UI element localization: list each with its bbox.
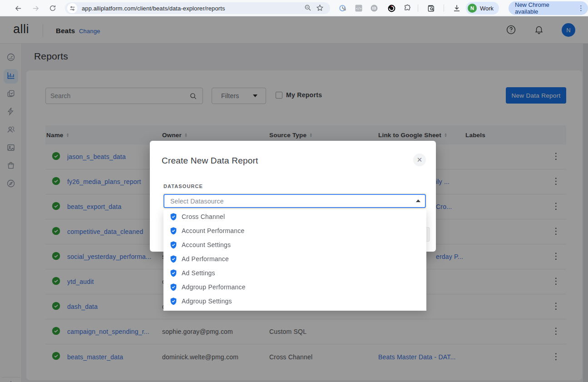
url-text[interactable]: app.alliplatform.com/client/beats/data-e… (82, 5, 225, 12)
chevron-up-icon[interactable] (416, 199, 420, 202)
shield-check-icon (169, 269, 178, 277)
profile-avatar: N (468, 4, 477, 13)
forward-icon[interactable] (30, 3, 41, 14)
datasource-select-wrap (163, 193, 427, 209)
address-bar[interactable]: app.alliplatform.com/client/beats/data-e… (65, 2, 330, 14)
toolbar-separator (418, 5, 418, 12)
dropdown-option[interactable]: Cross Channel (163, 209, 426, 223)
dropdown-option[interactable]: Ad Performance (163, 252, 426, 266)
shield-check-icon (169, 297, 178, 305)
kebab-menu-icon[interactable]: ⋮ (578, 6, 584, 10)
dropdown-option-partial[interactable] (163, 308, 426, 311)
close-icon[interactable]: ✕ (413, 154, 426, 166)
browser-toolbar: app.alliplatform.com/client/beats/data-e… (0, 0, 588, 16)
privacy-extension-icon[interactable] (337, 3, 348, 14)
chrome-update-label: New Chrome available (515, 1, 574, 15)
shield-check-icon (169, 241, 178, 249)
chrome-update-button[interactable]: New Chrome available ⋮ (509, 1, 588, 15)
bookmark-star-icon[interactable] (314, 2, 325, 13)
downloads-icon[interactable] (451, 3, 462, 14)
toolbar-separator (444, 5, 444, 12)
shield-check-icon (169, 255, 178, 263)
dropdown-option[interactable]: Adgroup Performance (163, 280, 426, 294)
back-icon[interactable] (13, 3, 24, 14)
svg-text:</>: </> (356, 7, 361, 10)
dropdown-option[interactable]: Account Performance (163, 223, 426, 238)
datasource-select-input[interactable] (163, 194, 426, 208)
modal-title: Create New Data Report (162, 156, 258, 166)
profile-name: Work (480, 5, 494, 12)
shield-check-icon (169, 283, 178, 291)
shield-check-icon (169, 213, 178, 221)
zoom-icon[interactable] (302, 2, 313, 13)
loop-extension-icon[interactable] (386, 3, 397, 14)
dropdown-option[interactable]: Adgroup Settings (163, 294, 426, 308)
reload-icon[interactable] (47, 3, 58, 14)
dropdown-option[interactable]: Account Settings (163, 238, 426, 252)
code-extension-icon[interactable]: </> (353, 3, 364, 14)
tab-search-icon[interactable] (426, 3, 437, 14)
extensions-puzzle-icon[interactable] (402, 3, 413, 14)
browser-profile-chip[interactable]: N Work (466, 2, 499, 15)
dropdown-option[interactable]: Ad Settings (163, 266, 426, 280)
datasource-dropdown: Cross Channel Account Performance Accoun… (163, 209, 426, 311)
media-extension-icon[interactable] (369, 3, 380, 14)
shield-check-icon (169, 227, 178, 235)
datasource-field-label: DATASOURCE (163, 184, 203, 189)
site-info-icon[interactable] (67, 3, 77, 13)
